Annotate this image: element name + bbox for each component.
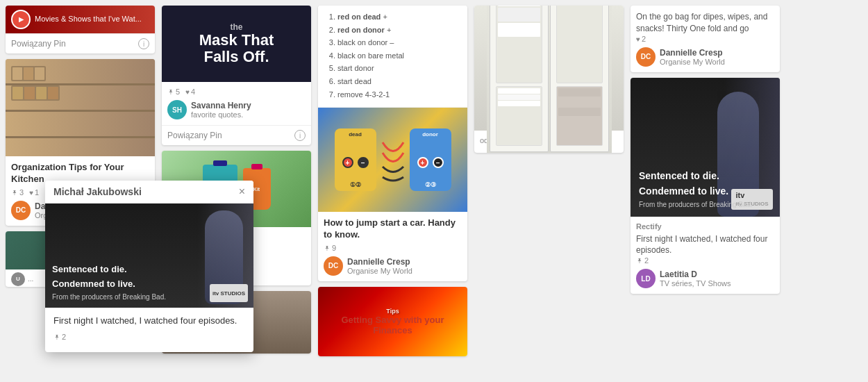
finances-image: Tips Getting Savvy with your Finances <box>318 287 467 356</box>
rectify-card-body: Rectify First night I watched, I watched… <box>631 217 780 294</box>
instruction-4: black on bare metal <box>337 50 460 63</box>
rectify-title-label: Rectify <box>636 222 774 231</box>
mask-pin-stat: 5 <box>167 88 180 96</box>
rectify-author-avatar: LD <box>636 269 656 288</box>
top-info-stats: 2 <box>636 35 774 43</box>
car-author-name: Dannielle Cresp <box>347 257 412 267</box>
powiazany-bar-1: Powiązany Pin i <box>6 33 155 53</box>
top-info-meta-info: Dannielle Cresp Organise My World <box>660 48 725 66</box>
rectify-meta-info: Laetitia D TV séries, TV Shows <box>660 269 731 288</box>
mask-author-name: Savanna Henry <box>191 101 251 110</box>
partial-text: ... <box>28 275 33 283</box>
mask-heart-stat: 4 <box>185 88 195 96</box>
car-meta: DC Dannielle Cresp Organise My World <box>324 256 462 276</box>
car-pin-icon <box>324 244 331 252</box>
popup-image: Sentenced to die. Condemned to live. Fro… <box>45 204 253 308</box>
dead-label: dead <box>349 131 362 138</box>
kitchen-pin-stat: 3 <box>11 188 24 197</box>
closet-card: od Better Homes & Gardens <box>474 6 624 153</box>
popup-close-button[interactable]: × <box>239 186 245 197</box>
popup-text1: Sentenced to die. <box>52 264 166 276</box>
movies-avatar: ▶ <box>11 10 31 29</box>
instruction-1: red on dead + <box>337 11 460 24</box>
top-info-avatar: DC <box>636 47 656 67</box>
car-meta-info: Dannielle Cresp Organise My World <box>347 257 412 275</box>
popup-header: Michał Jakubowski × <box>45 181 253 204</box>
instruction-3: black on donor – <box>337 37 460 49</box>
car-diagram: dead + – ①② <box>326 115 460 205</box>
rectify-image: Sentenced to die. Condemned to live. Fro… <box>631 78 780 217</box>
car-author-avatar: DC <box>324 256 343 276</box>
powiazany-label-2: Powiązany Pin <box>167 131 222 140</box>
powiazany-label: Powiązany Pin <box>11 39 66 49</box>
popup-title: Michał Jakubowski <box>53 186 142 197</box>
heart-icon <box>29 188 33 197</box>
dead-plus: + <box>342 157 353 168</box>
pin-icon <box>11 188 18 197</box>
popup-body: First night I watched, I watched four ep… <box>45 308 253 352</box>
powiazany-bar-2: Powiązany Pin i <box>162 125 311 145</box>
movies-title: Movies & Shows that I've Wat... <box>35 15 142 24</box>
mask-meta-info: Savanna Henry favorite quotes. <box>191 101 251 119</box>
car-caption: How to jump start a car. Handy to know. <box>324 217 462 241</box>
car-image: dead + – ①② <box>318 108 467 212</box>
mask-stats: 5 4 <box>167 88 306 96</box>
top-info-card: On the go bag for dipes, wipes, and snac… <box>631 6 780 72</box>
mask-image: the Mask ThatFalls Off. <box>162 6 311 82</box>
donor-minus: – <box>433 157 444 168</box>
popup-text2: Condemned to live. <box>52 279 166 290</box>
instruction-2: red on donor + <box>337 24 460 37</box>
rectify-image-sub: From the producers of Breaking Bad. <box>639 201 753 208</box>
popup-itv-logo: itv STUDIOS <box>212 290 245 297</box>
car-pin-stat: 9 <box>324 244 336 252</box>
rectify-card: Sentenced to die. Condemned to live. Fro… <box>631 78 780 294</box>
car-board-name: Organise My World <box>347 267 412 275</box>
popup-modal: Michał Jakubowski × Sentenced to die. Co… <box>45 181 253 352</box>
kitchen-image <box>6 59 155 156</box>
rectify-pin-stat: 2 <box>636 256 649 265</box>
partial-avatar: U <box>11 272 25 286</box>
mask-board-name: favorite quotes. <box>191 110 251 119</box>
mask-card-body: 5 4 SH Savanna Henry favorite quotes. <box>162 82 311 125</box>
car-instructions: red on dead + red on donor + black on do… <box>325 11 460 101</box>
movies-card: ▶ Movies & Shows that I've Wat... Powiąz… <box>6 6 155 53</box>
car-card: red on dead + red on donor + black on do… <box>318 6 467 281</box>
top-info-author: Dannielle Cresp <box>660 48 725 58</box>
column-3: red on dead + red on donor + black on do… <box>318 6 467 376</box>
mask-card: the Mask ThatFalls Off. 5 4 SH <box>162 6 311 145</box>
finances-card: Tips Getting Savvy with your Finances <box>318 287 467 356</box>
info-icon-1[interactable]: i <box>138 38 149 49</box>
mask-author-avatar: SH <box>167 100 187 119</box>
info-icon-2[interactable]: i <box>294 130 306 141</box>
rectify-image-text1: Sentenced to die. <box>639 169 753 182</box>
donor-plus: + <box>417 157 428 168</box>
rectify-desc: First night I watched, I watched four ep… <box>636 233 774 257</box>
column-5: On the go bag for dipes, wipes, and snac… <box>631 6 780 376</box>
popup-pin-icon <box>53 333 60 341</box>
popup-sub: From the producers of Breaking Bad. <box>52 293 166 301</box>
kitchen-heart-stat: 1 <box>29 188 39 197</box>
rectify-author-name: Laetitia D <box>660 269 731 279</box>
instruction-5: start donor <box>337 63 460 75</box>
instruction-6: start dead <box>337 76 460 88</box>
top-info-meta: DC Dannielle Cresp Organise My World <box>636 47 774 67</box>
finances-text: Getting Savvy with your Finances <box>324 315 462 335</box>
cables-svg <box>379 128 407 191</box>
dead-minus: – <box>358 157 369 168</box>
column-4: od Better Homes & Gardens <box>474 6 624 376</box>
popup-pin-stat: 2 <box>53 333 66 341</box>
popup-desc: First night I watched, I watched four ep… <box>53 315 245 327</box>
car-card-body: How to jump start a car. Handy to know. … <box>318 212 467 281</box>
rectify-meta: LD Laetitia D TV séries, TV Shows <box>636 269 774 288</box>
top-heart-icon <box>636 35 640 43</box>
closet-image <box>474 6 624 131</box>
rectify-image-text2: Condemned to live. <box>639 185 753 197</box>
mask-meta: SH Savanna Henry favorite quotes. <box>167 100 306 119</box>
mask-pin-icon <box>167 88 174 96</box>
top-info-desc: On the go bag for dipes, wipes, and snac… <box>636 11 774 35</box>
rectify-board-name: TV séries, TV Shows <box>660 279 731 288</box>
donor-label: donor <box>422 131 438 138</box>
instruction-7: remove 4-3-2-1 <box>337 89 460 101</box>
top-info-board: Organise My World <box>660 58 725 66</box>
car-stats: 9 <box>324 244 462 252</box>
